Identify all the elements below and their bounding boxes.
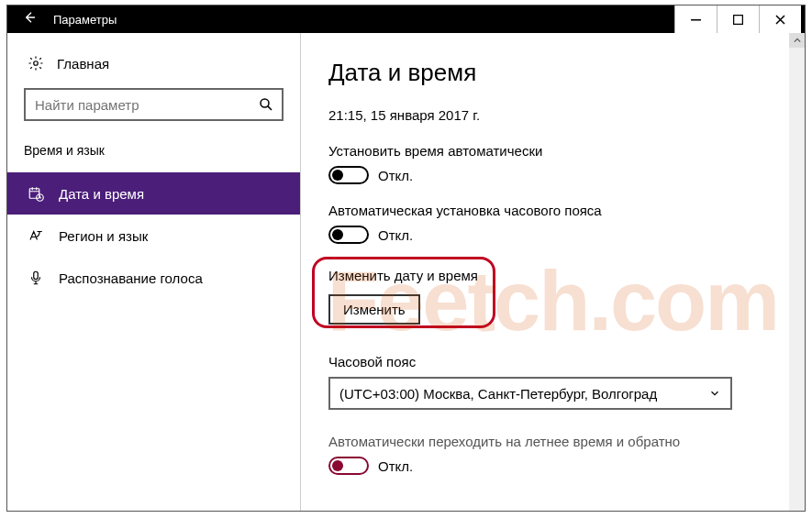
sidebar-item-date-time[interactable]: Дата и время xyxy=(7,172,300,215)
sidebar-item-label: Регион и язык xyxy=(59,228,148,244)
change-datetime-button[interactable]: Изменить xyxy=(328,294,420,325)
language-icon xyxy=(28,227,44,244)
home-link[interactable]: Главная xyxy=(7,48,300,88)
sidebar: Главная Время и язык Дата и время Ре xyxy=(7,33,301,511)
svg-rect-6 xyxy=(34,271,39,279)
search-icon xyxy=(258,96,274,113)
back-button[interactable] xyxy=(11,10,48,28)
auto-timezone-state: Откл. xyxy=(378,227,413,243)
auto-timezone-label: Автоматическая установка часового пояса xyxy=(328,203,777,218)
dst-label: Автоматически переходить на летнее время… xyxy=(328,434,777,449)
auto-time-toggle[interactable] xyxy=(328,166,369,184)
calendar-clock-icon xyxy=(28,185,44,202)
home-label: Главная xyxy=(57,56,109,72)
sidebar-item-label: Распознавание голоса xyxy=(59,270,203,286)
sidebar-group-title: Время и язык xyxy=(7,138,300,172)
microphone-icon xyxy=(28,270,44,286)
search-input[interactable] xyxy=(24,88,284,121)
auto-time-label: Установить время автоматически xyxy=(328,143,777,159)
sidebar-item-label: Дата и время xyxy=(59,186,144,202)
svg-rect-0 xyxy=(691,19,701,21)
svg-rect-1 xyxy=(734,15,743,24)
gear-icon xyxy=(28,55,44,72)
sidebar-item-speech[interactable]: Распознавание голоса xyxy=(7,257,300,299)
content-pane: Дата и время 21:15, 15 января 2017 г. Ус… xyxy=(301,33,805,511)
auto-time-state: Откл. xyxy=(378,168,413,183)
svg-rect-4 xyxy=(29,189,39,199)
current-datetime: 21:15, 15 января 2017 г. xyxy=(328,107,777,123)
timezone-label: Часовой пояс xyxy=(328,354,777,369)
window-title: Параметры xyxy=(48,13,117,27)
auto-timezone-toggle[interactable] xyxy=(328,226,369,244)
sidebar-item-region-language[interactable]: Регион и язык xyxy=(7,215,300,257)
scrollbar[interactable] xyxy=(789,33,805,511)
change-datetime-label: Изменить дату и время xyxy=(328,268,777,283)
page-heading: Дата и время xyxy=(328,59,777,87)
maximize-button[interactable] xyxy=(717,6,759,33)
svg-point-3 xyxy=(261,99,269,107)
close-button[interactable] xyxy=(759,6,801,33)
timezone-value: (UTC+03:00) Москва, Санкт-Петербург, Вол… xyxy=(339,386,657,402)
timezone-select[interactable]: (UTC+03:00) Москва, Санкт-Петербург, Вол… xyxy=(328,377,732,410)
dst-toggle[interactable] xyxy=(328,457,369,475)
scroll-up-button[interactable] xyxy=(789,33,805,48)
dst-state: Откл. xyxy=(378,458,413,474)
svg-point-2 xyxy=(34,61,39,66)
titlebar: Параметры xyxy=(7,6,805,33)
chevron-down-icon xyxy=(708,387,721,400)
minimize-button[interactable] xyxy=(674,6,717,33)
